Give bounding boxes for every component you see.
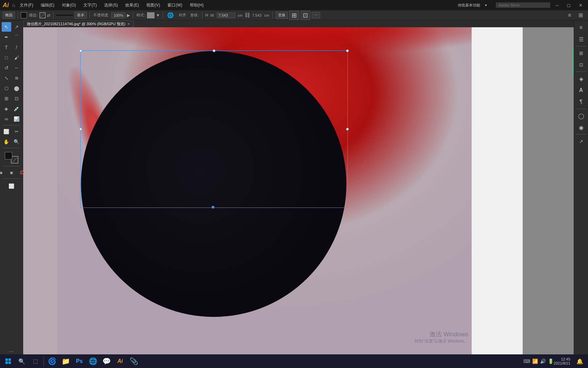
width-input[interactable] <box>217 13 235 18</box>
taskbar-app-folder[interactable]: 📁 <box>59 355 72 368</box>
zoom-tool[interactable]: 🔍 <box>12 137 21 147</box>
menu-edit[interactable]: 编辑(E) <box>38 2 57 9</box>
chart-tool[interactable]: 📊 <box>12 114 21 124</box>
menu-help[interactable]: 帮助(H) <box>187 2 207 9</box>
arrange-btn2[interactable]: ⊡ <box>300 11 310 20</box>
menu-view[interactable]: 视图(V) <box>144 2 163 9</box>
tab-close-icon[interactable]: ✕ <box>127 22 130 26</box>
hand-tool[interactable]: ✋ <box>2 137 11 147</box>
taskbar-app-ai[interactable]: Ai <box>113 355 127 368</box>
artboard-tool[interactable]: ⬜ <box>2 127 11 136</box>
right-panel-layers[interactable]: ⊞ <box>576 48 587 59</box>
free-transform-tool[interactable]: ⬡ <box>2 83 11 93</box>
system-clock[interactable]: 12:45 2021/8/21 <box>554 357 570 365</box>
stroke-type-btn[interactable]: 基本 <box>75 12 87 19</box>
eyedropper-tool[interactable]: 💉 <box>12 104 21 113</box>
tool-row-10: ∞ 📊 <box>2 114 21 124</box>
search-input[interactable] <box>496 2 550 8</box>
right-panel-swatches[interactable]: ◉ <box>576 122 587 133</box>
rect-tool[interactable]: □ <box>2 53 11 62</box>
gradient-mode-btn[interactable]: ▣ <box>7 168 16 177</box>
paintbrush-tool[interactable]: 🖌 <box>12 53 21 62</box>
start-button[interactable] <box>1 355 15 368</box>
menu-object[interactable]: 对象(O) <box>59 2 79 9</box>
menu-window[interactable]: 窗口(W) <box>165 2 185 9</box>
opacity-value[interactable]: 100% <box>111 12 126 18</box>
stroke-label: 描边: <box>29 13 37 18</box>
style-swatch[interactable] <box>147 12 154 18</box>
transform-btn[interactable]: 变换 <box>276 12 288 19</box>
gradient-tool[interactable]: ◈ <box>2 104 11 113</box>
arrange-btn[interactable]: ⊞ <box>289 11 299 20</box>
right-panel-sep4 <box>576 134 587 135</box>
menu-file[interactable]: 文件(F) <box>17 2 36 9</box>
change-screen-mode-btn[interactable]: ⬜ <box>4 181 19 191</box>
panel-toggle-icon[interactable]: ≡ <box>565 11 574 20</box>
panel-arrange-icon[interactable]: ⊞ <box>576 11 585 20</box>
globe-icon[interactable]: 🌐 <box>166 11 175 20</box>
right-panel: ≡ ☰ ⊞ ⊡ ◈ A ¶ ◯ ◉ ↗ <box>574 20 588 358</box>
workspace-preset[interactable]: 传统基本功能 <box>458 3 480 8</box>
preset-dropdown-icon[interactable]: ▼ <box>484 3 488 7</box>
shape-builder-tool[interactable]: ⬤ <box>12 83 21 93</box>
none-mode-btn[interactable]: ∅ <box>17 168 27 177</box>
taskbar-app-wechat[interactable]: 💬 <box>100 355 113 368</box>
mesh-tool[interactable]: ⊡ <box>12 94 21 103</box>
tray-volume-icon[interactable]: 🔊 <box>540 358 546 364</box>
taskbar-app-clip[interactable]: 📎 <box>127 355 141 368</box>
tool-row-8: ⊞ ⊡ <box>2 94 21 103</box>
menu-select[interactable]: 选择(S) <box>101 2 120 9</box>
stroke-color-swatch[interactable] <box>39 12 46 18</box>
globe-section: 🌐 <box>164 11 177 20</box>
color-mode-btn[interactable]: ◉ <box>0 168 6 177</box>
menu-text[interactable]: 文字(T) <box>81 2 99 9</box>
reflect-tool[interactable]: ↔ <box>12 63 21 73</box>
opacity-expand-icon[interactable]: ▶ <box>127 13 130 18</box>
taskbar-app-swirl[interactable]: 🌀 <box>45 355 59 368</box>
active-tab[interactable]: 微信图片_20210821114746.jpg* @ 300% (RGB/GPU… <box>23 20 134 27</box>
right-panel-properties[interactable]: ≡ <box>576 22 587 33</box>
select-tool[interactable]: ↖ <box>2 22 11 32</box>
task-view-btn[interactable]: ⬚ <box>29 355 42 368</box>
right-panel-color[interactable]: ◯ <box>576 110 587 121</box>
notification-btn[interactable]: 🔔 <box>573 355 587 368</box>
right-panel-appearance[interactable]: ◈ <box>576 73 587 84</box>
minimize-button[interactable]: ─ <box>553 3 561 8</box>
warp-tool[interactable]: ≋ <box>12 73 21 83</box>
menu-effect[interactable]: 效果(E) <box>122 2 142 9</box>
fill-swatch-main[interactable] <box>5 152 12 159</box>
right-panel-transform[interactable]: ↗ <box>576 136 587 147</box>
tray-keyboard-icon[interactable]: ⌨ <box>523 358 530 364</box>
right-panel-assets[interactable]: ⊡ <box>576 59 587 70</box>
close-button[interactable]: ✕ <box>576 3 585 8</box>
pen-tool[interactable]: ✒ <box>2 32 11 42</box>
tray-battery-icon[interactable]: 🔋 <box>548 358 554 364</box>
scale-tool[interactable]: ⤡ <box>2 73 11 83</box>
curvature-tool[interactable]: ⌒ <box>12 32 21 42</box>
home-icon[interactable]: ⌂ <box>12 2 15 8</box>
taskbar-search[interactable]: 🔍 <box>15 355 29 368</box>
line-tool[interactable]: / <box>12 43 21 52</box>
text-tool[interactable]: T <box>2 43 11 52</box>
tray-network-icon[interactable]: 📶 <box>532 358 538 364</box>
taskbar-app-ps[interactable]: Ps <box>72 355 86 368</box>
windows-logo-icon <box>5 358 11 364</box>
more-btn[interactable]: ⋯ <box>312 12 320 18</box>
right-panel-type[interactable]: A <box>576 85 587 96</box>
fill-color-swatch[interactable] <box>21 12 27 18</box>
direct-select-tool[interactable]: ↗ <box>12 22 21 32</box>
style-dropdown-icon[interactable]: ▼ <box>156 13 160 18</box>
taskbar-app-ie[interactable]: 🌐 <box>86 355 100 368</box>
more-tools-btn[interactable]: … <box>4 346 19 355</box>
restore-button[interactable]: ◻ <box>564 3 573 8</box>
artboard-right-panel <box>472 27 523 358</box>
blend-tool[interactable]: ∞ <box>2 114 11 124</box>
right-panel-paragraph[interactable]: ¶ <box>576 96 587 107</box>
rotate-tool[interactable]: ↺ <box>2 63 11 73</box>
perspective-tool[interactable]: ⊞ <box>2 94 11 103</box>
canvas-area[interactable]: 激活 Windows 转到"设置"以激活 Windows。 <box>23 27 574 358</box>
link-icon[interactable]: ⛓ <box>245 12 250 18</box>
stroke-arrow-icon[interactable]: ⇄ <box>47 13 50 18</box>
slice-tool[interactable]: ✂ <box>12 127 21 136</box>
right-panel-libraries[interactable]: ☰ <box>576 34 587 45</box>
